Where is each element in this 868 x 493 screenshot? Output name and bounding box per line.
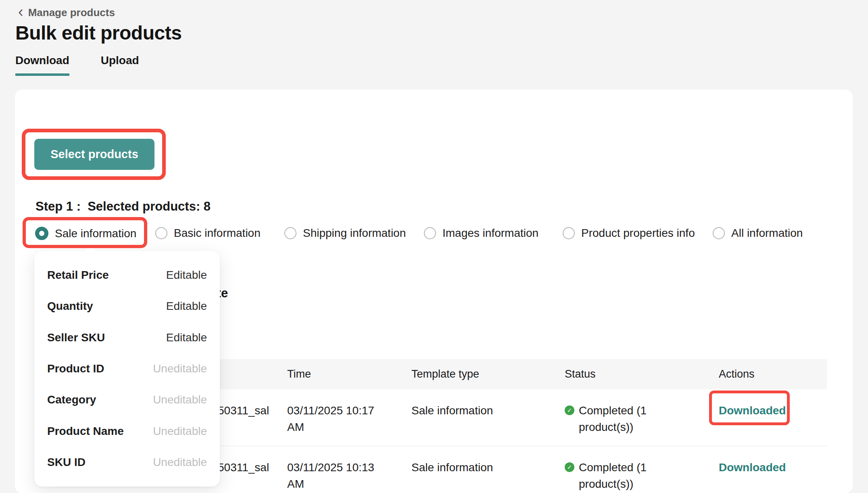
radio-unselected-icon bbox=[713, 227, 725, 239]
status-text: Completed (1 product(s)) bbox=[579, 459, 647, 492]
downloaded-link[interactable]: Downloaded bbox=[719, 461, 786, 474]
radio-label: All information bbox=[731, 227, 803, 240]
breadcrumb-label: Manage products bbox=[28, 6, 115, 19]
template-type-cell: Sale information bbox=[411, 459, 565, 476]
template-fields-popup: Retail Price Editable Quantity Editable … bbox=[34, 251, 220, 487]
tab-bar: Download Upload bbox=[15, 54, 139, 76]
status-text: Completed (1 product(s)) bbox=[579, 402, 647, 435]
radio-label: Sale information bbox=[55, 227, 136, 240]
completed-check-icon: ✓ bbox=[565, 405, 574, 415]
field-state: Editable bbox=[166, 300, 207, 313]
status-cell: ✓ Completed (1 product(s)) bbox=[565, 459, 719, 492]
popup-row-category: Category Uneditable bbox=[34, 384, 220, 415]
field-state: Uneditable bbox=[153, 393, 207, 406]
step1-heading: Step 1 : Selected products: 8 bbox=[35, 199, 211, 214]
tab-download[interactable]: Download bbox=[15, 54, 69, 76]
page-title: Bulk edit products bbox=[15, 22, 182, 44]
radio-product-properties-info[interactable]: Product properties info bbox=[563, 227, 695, 240]
actions-cell: Downloaded bbox=[719, 402, 827, 419]
time-cell: 03/11/2025 10:13 AM bbox=[287, 459, 411, 492]
field-name: Product Name bbox=[47, 425, 124, 438]
radio-label: Product properties info bbox=[581, 227, 695, 240]
popup-row-product-id: Product ID Uneditable bbox=[34, 353, 220, 384]
field-name: Seller SKU bbox=[47, 331, 105, 344]
status-cell: ✓ Completed (1 product(s)) bbox=[565, 402, 719, 435]
field-state: Uneditable bbox=[153, 456, 207, 469]
radio-label: Shipping information bbox=[303, 227, 406, 240]
bulk-edit-products-page: ‹ Manage products Bulk edit products Dow… bbox=[0, 0, 868, 493]
back-chevron-icon: ‹ bbox=[18, 6, 23, 17]
field-name: SKU ID bbox=[47, 456, 86, 469]
column-header-actions: Actions bbox=[719, 368, 827, 380]
radio-selected-icon bbox=[35, 227, 48, 240]
field-state: Editable bbox=[166, 331, 207, 344]
breadcrumb-back[interactable]: ‹ Manage products bbox=[18, 6, 115, 19]
field-state: Editable bbox=[166, 269, 207, 282]
radio-basic-information[interactable]: Basic information bbox=[155, 227, 261, 240]
tab-upload[interactable]: Upload bbox=[101, 54, 139, 76]
field-state: Uneditable bbox=[153, 362, 207, 375]
popup-row-sku-id: SKU ID Uneditable bbox=[34, 447, 220, 478]
radio-all-information[interactable]: All information bbox=[713, 227, 803, 240]
popup-row-product-name: Product Name Uneditable bbox=[34, 416, 220, 447]
field-name: Quantity bbox=[47, 300, 93, 313]
radio-unselected-icon bbox=[284, 227, 296, 239]
actions-cell: Downloaded bbox=[719, 459, 827, 476]
select-products-button[interactable]: Select products bbox=[34, 139, 154, 170]
field-name: Category bbox=[47, 393, 96, 406]
radio-sale-information[interactable]: Sale information bbox=[35, 227, 136, 240]
radio-images-information[interactable]: Images information bbox=[424, 227, 538, 240]
template-type-cell: Sale information bbox=[411, 402, 565, 419]
content-card: Step 1 : Selected products: 8 Select pro… bbox=[15, 90, 853, 493]
downloaded-link[interactable]: Downloaded bbox=[719, 404, 786, 417]
popup-row-quantity: Quantity Editable bbox=[34, 291, 220, 322]
column-header-template-type: Template type bbox=[411, 368, 565, 380]
radio-shipping-information[interactable]: Shipping information bbox=[284, 227, 406, 240]
popup-row-retail-price: Retail Price Editable bbox=[34, 260, 220, 290]
time-cell: 03/11/2025 10:17 AM bbox=[287, 402, 411, 435]
radio-unselected-icon bbox=[155, 227, 167, 239]
field-name: Retail Price bbox=[47, 269, 109, 282]
field-state: Uneditable bbox=[153, 425, 207, 438]
radio-label: Basic information bbox=[174, 227, 261, 240]
popup-row-seller-sku: Seller SKU Editable bbox=[34, 322, 220, 353]
radio-unselected-icon bbox=[563, 227, 575, 239]
column-header-status: Status bbox=[565, 368, 719, 380]
field-name: Product ID bbox=[47, 362, 104, 375]
completed-check-icon: ✓ bbox=[565, 462, 574, 472]
radio-unselected-icon bbox=[424, 227, 436, 239]
column-header-time: Time bbox=[287, 368, 411, 380]
radio-label: Images information bbox=[442, 227, 538, 240]
